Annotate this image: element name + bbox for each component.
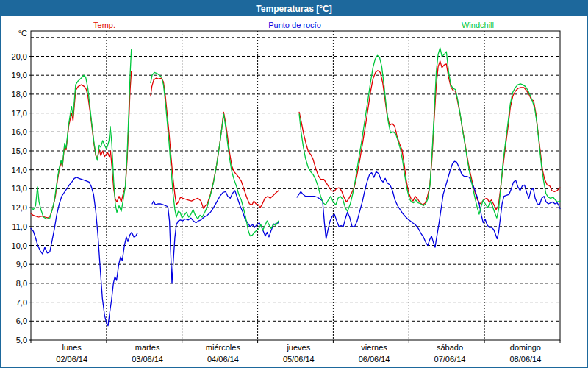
x-axis-date-label: 03/06/14 — [132, 355, 163, 364]
x-axis-date-label: 06/06/14 — [359, 355, 390, 364]
x-axis-day-label: sábado — [437, 343, 463, 352]
plot-frame — [31, 31, 560, 340]
x-axis-day-label: martes — [135, 343, 160, 352]
y-axis-tick-label: 6,0 — [16, 316, 27, 325]
y-axis-tick-label: 19,0 — [12, 71, 27, 79]
x-axis-day-label: viernes — [361, 343, 387, 352]
y-axis-tick-label: 16,0 — [12, 127, 27, 136]
series-line-temp — [31, 61, 560, 218]
y-axis-tick-label: 20,0 — [12, 52, 27, 61]
y-axis-tick-label: 17,0 — [12, 109, 27, 118]
plot-area: 5,06,07,08,09,010,011,012,013,014,015,01… — [1, 16, 588, 368]
x-axis-date-label: 07/06/14 — [434, 355, 466, 364]
x-axis-day-label: domingo — [510, 343, 541, 352]
y-axis-tick-label: 5,0 — [16, 336, 27, 344]
x-axis-date-label: 08/06/14 — [509, 355, 541, 364]
y-axis-tick-label: 12,0 — [12, 203, 27, 212]
y-axis-tick-label: 9,0 — [16, 260, 27, 269]
y-axis-tick-label: 8,0 — [16, 279, 27, 288]
y-axis-tick-label: 7,0 — [16, 298, 27, 307]
y-axis-tick-label: 15,0 — [12, 146, 27, 155]
x-axis-date-label: 05/06/14 — [283, 355, 315, 364]
y-axis-tick-label: 18,0 — [12, 90, 27, 99]
y-axis-unit-label: °C — [18, 29, 27, 38]
y-axis-tick-label: 14,0 — [12, 166, 27, 174]
x-axis-date-label: 02/06/14 — [56, 355, 87, 364]
series-line-punto-de-roc-o — [31, 161, 560, 326]
x-axis-day-label: miércoles — [206, 343, 241, 352]
x-axis-day-label: jueves — [286, 343, 310, 352]
y-axis-tick-label: 13,0 — [12, 184, 27, 193]
y-axis-tick-label: 11,0 — [12, 222, 27, 231]
x-axis-day-label: lunes — [62, 343, 82, 352]
chart-title: Temperaturas [°C] — [256, 4, 331, 14]
y-axis-tick-label: 10,0 — [12, 241, 27, 250]
title-bar: Temperaturas [°C] — [1, 1, 587, 16]
x-axis-date-label: 04/06/14 — [207, 355, 239, 364]
chart-window: Temperaturas [°C] Temp. Punto de rocío W… — [0, 0, 588, 368]
